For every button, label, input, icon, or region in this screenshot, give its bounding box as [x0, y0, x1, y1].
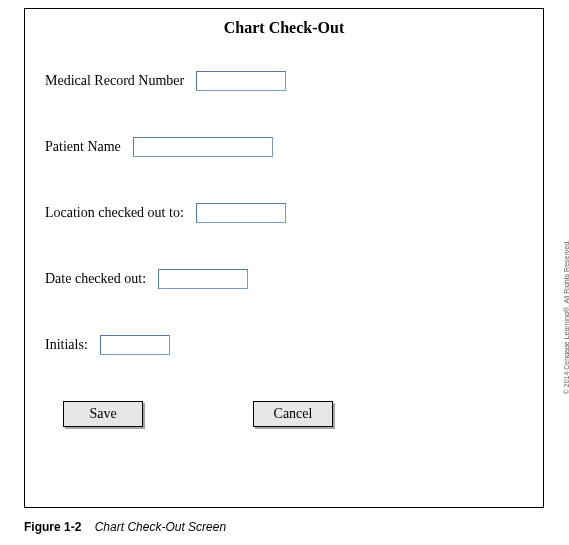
label-patient-name: Patient Name: [45, 139, 121, 155]
figure-caption: Figure 1-2 Chart Check-Out Screen: [24, 520, 226, 534]
input-patient-name[interactable]: [133, 137, 273, 157]
save-button[interactable]: Save: [63, 401, 143, 427]
label-initials: Initials:: [45, 337, 88, 353]
figure-number: Figure 1-2: [24, 520, 81, 534]
field-row-patient-name: Patient Name: [45, 137, 523, 157]
field-row-date: Date checked out:: [45, 269, 523, 289]
label-location: Location checked out to:: [45, 205, 184, 221]
field-row-location: Location checked out to:: [45, 203, 523, 223]
figure-title: Chart Check-Out Screen: [95, 520, 226, 534]
input-mrn[interactable]: [196, 71, 286, 91]
input-date[interactable]: [158, 269, 248, 289]
copyright-text: © 2014 Cengage Learning®. All Rights Res…: [563, 240, 569, 394]
input-initials[interactable]: [100, 335, 170, 355]
field-row-mrn: Medical Record Number: [45, 71, 523, 91]
cancel-button[interactable]: Cancel: [253, 401, 333, 427]
label-date: Date checked out:: [45, 271, 146, 287]
page-title: Chart Check-Out: [45, 19, 523, 37]
form-frame: Chart Check-Out Medical Record Number Pa…: [24, 8, 544, 508]
button-row: Save Cancel: [45, 401, 523, 427]
label-mrn: Medical Record Number: [45, 73, 184, 89]
field-row-initials: Initials:: [45, 335, 523, 355]
input-location[interactable]: [196, 203, 286, 223]
